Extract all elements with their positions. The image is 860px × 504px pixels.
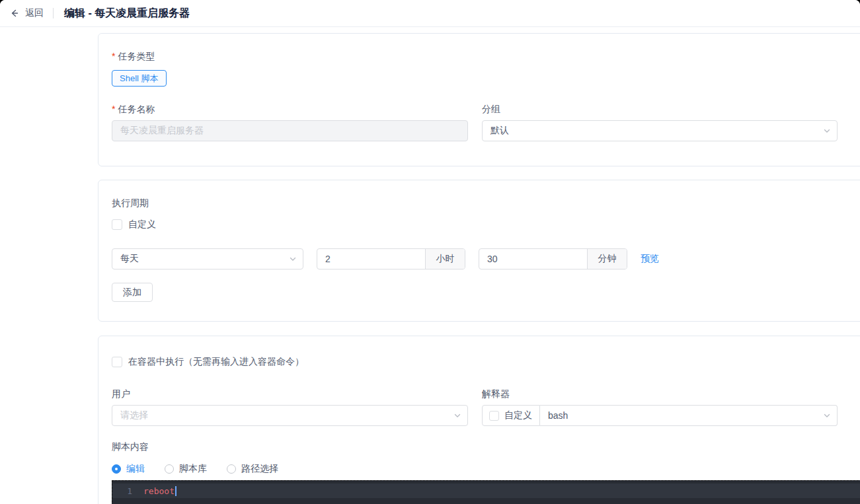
user-select-placeholder: 请选择 (120, 410, 148, 421)
interpreter-custom-label: 自定义 (504, 410, 532, 421)
interpreter-value: bash (548, 410, 568, 421)
interpreter-group: 自定义 bash (482, 405, 838, 426)
frequency-value: 每天 (120, 253, 139, 265)
user-label: 用户 (112, 387, 468, 400)
task-info-card: *任务类型 Shell 脚本 *任务名称 每天凌晨重启服务器 分组 默认 (98, 33, 860, 166)
interpreter-custom-checkbox[interactable] (489, 411, 499, 421)
group-select-value: 默认 (490, 125, 509, 137)
editor-active-line[interactable]: 1 reboot (112, 484, 860, 498)
radio-script-library-label: 脚本库 (179, 463, 207, 475)
interpreter-select[interactable]: bash (540, 405, 838, 426)
hour-unit-addon: 小时 (425, 249, 465, 269)
add-schedule-button[interactable]: 添加 (112, 283, 153, 302)
container-exec-label: 在容器中执行（无需再输入进入容器命令） (128, 356, 304, 368)
required-marker: * (112, 104, 115, 114)
chevron-down-icon (288, 254, 297, 264)
frequency-select[interactable]: 每天 (112, 248, 303, 270)
schedule-title: 执行周期 (112, 196, 860, 209)
script-code-editor[interactable]: 1 reboot (112, 480, 860, 504)
task-name-label: *任务名称 (112, 102, 468, 116)
task-name-input[interactable]: 每天凌晨重启服务器 (112, 120, 468, 141)
container-exec-checkbox-row[interactable]: 在容器中执行（无需再输入进入容器命令） (112, 356, 860, 368)
radio-edit[interactable]: 编辑 (112, 463, 145, 475)
chevron-down-icon (822, 411, 832, 420)
task-type-label: *任务类型 (112, 50, 860, 63)
group-select[interactable]: 默认 (482, 120, 838, 141)
chevron-down-icon (822, 126, 832, 135)
custom-schedule-checkbox[interactable] (112, 219, 122, 230)
task-type-shell-button[interactable]: Shell 脚本 (112, 70, 167, 87)
back-arrow-icon[interactable] (8, 7, 20, 19)
minute-unit-addon: 分钟 (587, 249, 627, 269)
radio-path-select-label: 路径选择 (241, 463, 278, 475)
back-button[interactable]: 返回 (8, 7, 44, 19)
interpreter-custom-checkbox-row[interactable]: 自定义 (482, 405, 540, 426)
radio-button-icon[interactable] (112, 464, 121, 474)
edit-task-page: 返回 编辑 - 每天凌晨重启服务器 *任务类型 Shell 脚本 *任务名称 每… (0, 0, 860, 504)
minute-input[interactable]: 30 (479, 249, 587, 269)
page-title: 编辑 - 每天凌晨重启服务器 (64, 7, 190, 20)
custom-schedule-checkbox-row[interactable]: 自定义 (112, 219, 860, 231)
header-divider (53, 8, 54, 18)
line-number: 1 (112, 486, 132, 496)
radio-button-icon[interactable] (165, 464, 174, 474)
script-source-radio-group: 编辑 脚本库 路径选择 (112, 463, 860, 475)
minute-input-group: 30 分钟 (479, 248, 627, 270)
radio-edit-label: 编辑 (126, 463, 145, 475)
group-label: 分组 (482, 102, 838, 116)
text-cursor (175, 486, 176, 496)
user-select[interactable]: 请选择 (112, 405, 468, 426)
container-exec-checkbox[interactable] (112, 357, 122, 367)
interpreter-label: 解释器 (482, 387, 838, 400)
script-content-label: 脚本内容 (112, 440, 860, 453)
code-text: reboot (143, 486, 175, 496)
hour-input-group: 2 小时 (317, 248, 465, 270)
radio-script-library[interactable]: 脚本库 (165, 463, 207, 475)
page-header: 返回 编辑 - 每天凌晨重启服务器 (0, 0, 860, 27)
back-label[interactable]: 返回 (25, 7, 44, 19)
custom-schedule-label: 自定义 (128, 219, 156, 231)
script-card: 在容器中执行（无需再输入进入容器命令） 用户 请选择 解释器 自定义 (98, 336, 860, 504)
radio-path-select[interactable]: 路径选择 (227, 463, 278, 475)
task-name-value: 每天凌晨重启服务器 (120, 125, 204, 137)
required-marker: * (112, 51, 115, 61)
schedule-card: 执行周期 自定义 每天 2 小时 30 分钟 预览 添加 (98, 180, 860, 322)
chevron-down-icon (453, 411, 462, 420)
hour-input[interactable]: 2 (317, 249, 425, 269)
radio-button-icon[interactable] (227, 464, 236, 474)
preview-link[interactable]: 预览 (641, 253, 659, 265)
